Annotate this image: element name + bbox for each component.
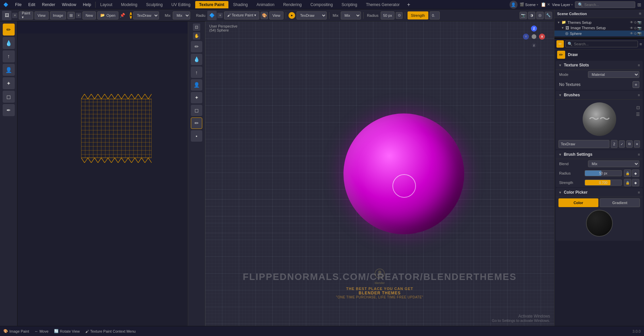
workspace-sculpting[interactable]: Sculpting	[142, 1, 167, 8]
new-btn[interactable]: New	[83, 11, 96, 19]
viewport-mode-icon[interactable]: 🎨	[261, 12, 268, 19]
workspace-texture-paint[interactable]: Texture Paint	[195, 1, 228, 8]
zoom-fit-btn[interactable]: ⊡	[193, 23, 200, 31]
brush-settings-options[interactable]: ≡	[638, 152, 640, 156]
global-search[interactable]: 🔍	[575, 1, 635, 8]
vp-soften-tool[interactable]: 💧	[191, 54, 202, 65]
texture-mode-select[interactable]: Material	[588, 71, 639, 78]
gizmo-x-axis[interactable]: X	[539, 34, 545, 40]
props-search-bar[interactable]: 🔍	[565, 41, 638, 47]
sc-themes-render-icon[interactable]: 📷	[637, 20, 641, 24]
brush-check-btn[interactable]: ✓	[619, 140, 625, 148]
open-btn[interactable]: 📂 Open	[97, 11, 118, 19]
view-layer-selector[interactable]: View Layer ▾	[552, 3, 573, 7]
radius-keyframe-icon[interactable]: ◆	[632, 170, 639, 177]
gizmo-center[interactable]	[532, 34, 536, 39]
vp-mask-tool[interactable]: ◻	[191, 105, 202, 116]
brushes-options[interactable]: ≡	[638, 93, 640, 97]
clone-tool-btn[interactable]: 👤	[3, 64, 15, 76]
view-mode-dropdown[interactable]: ▾	[76, 13, 81, 18]
window-menu[interactable]: Window	[58, 1, 79, 8]
color-swatch-preview[interactable]	[586, 210, 613, 237]
filter-icon[interactable]: ⊞	[637, 2, 641, 7]
workspace-scripting[interactable]: Scripting	[337, 1, 361, 8]
scene-selector[interactable]: 🎬 Scene ▾ 📋 ✕	[520, 2, 550, 7]
vp-radius-icon[interactable]: ⊙	[396, 12, 402, 19]
vp-strength-value[interactable]: 0.	[430, 11, 440, 19]
render-icon[interactable]: 📷	[520, 12, 527, 19]
brush-name-input[interactable]	[558, 140, 609, 148]
sc-image-themes[interactable]: ▼ 🖼 Image Themes Setup 👁 ⊙ 📷	[554, 25, 644, 31]
vp-fill-tool[interactable]: ✦	[191, 92, 202, 103]
vp-blend-select[interactable]: Mix	[341, 11, 361, 19]
sc-themes-sel-icon[interactable]: ⊙	[634, 20, 637, 24]
render-menu[interactable]: Render	[39, 1, 58, 8]
color-btn[interactable]: Color	[558, 198, 598, 207]
overlay-icon[interactable]: ◎	[536, 12, 544, 19]
vp-strength-btn[interactable]: Strength	[408, 11, 428, 19]
viewport-editor-type-btn[interactable]: 🔷	[207, 11, 217, 20]
radius-lock-icon[interactable]: 🔒	[624, 170, 631, 177]
props-options-btn[interactable]: ≡	[639, 42, 642, 47]
workspace-shading[interactable]: Shading	[229, 1, 252, 8]
workspace-layout[interactable]: Layout	[96, 1, 116, 8]
brush-copy-btn[interactable]: ⧉	[626, 140, 632, 148]
view-menu-btn[interactable]: View	[35, 11, 49, 19]
active-tool-icon[interactable]: ✏	[556, 40, 564, 48]
add-workspace-btn[interactable]: +	[405, 2, 413, 8]
vp-color-swatch[interactable]: ●	[288, 12, 295, 19]
draw-mode-icon[interactable]: ✏	[557, 51, 565, 59]
user-avatar[interactable]: 👤	[509, 1, 518, 9]
viewport-shading-icon[interactable]: ◑	[528, 12, 535, 19]
brush-preview-expand[interactable]: ⊡	[636, 105, 640, 110]
vp-erase-tool[interactable]: •	[191, 130, 202, 142]
sc-sphere-sel-icon[interactable]: ⊙	[634, 32, 637, 35]
blend-prop-select[interactable]: Mix Add Multiply	[588, 160, 639, 167]
texture-slots-options[interactable]: ≡	[638, 63, 640, 67]
pin-btn[interactable]: 📌	[120, 13, 125, 18]
scene-collection-options[interactable]: ≡	[639, 11, 641, 16]
brushes-header[interactable]: ▼ Brushes ≡	[556, 91, 643, 100]
color-picker-options[interactable]: ≡	[638, 190, 640, 194]
image-menu-btn[interactable]: Image	[50, 11, 66, 19]
gradient-btn[interactable]: Gradient	[600, 198, 640, 207]
vp-brush-select[interactable]: TexDraw	[297, 11, 327, 19]
vp-draw-tool[interactable]: ✏	[191, 41, 202, 52]
vp-clone-tool[interactable]: 👤	[191, 79, 202, 91]
expand-editor-btn[interactable]: ▾	[12, 13, 17, 18]
brush-name-select[interactable]: TexDraw	[133, 11, 159, 19]
brush-list-icon[interactable]: ☰	[636, 112, 640, 117]
brush-delete-btn[interactable]: ✕	[634, 140, 640, 148]
blender-logo-btn[interactable]: 🔷	[0, 1, 12, 8]
vp-radius-input[interactable]: 50 px	[381, 11, 394, 19]
gizmo-y-axis[interactable]: Y	[523, 34, 529, 40]
soften-tool-btn[interactable]: 💧	[3, 37, 15, 49]
file-menu[interactable]: File	[12, 1, 25, 8]
active-color-swatch[interactable]: ●	[130, 12, 132, 19]
gizmo-icon[interactable]: 🔧	[545, 12, 552, 19]
search-input[interactable]	[584, 3, 632, 7]
fill-tool-btn[interactable]: ✦	[3, 77, 15, 89]
add-texture-btn[interactable]: +	[633, 81, 639, 88]
smear-tool-btn[interactable]: ↑	[3, 50, 15, 62]
nav-gizmo[interactable]: Z X Y z	[522, 25, 549, 52]
sc-image-render-icon[interactable]: 📷	[637, 26, 641, 30]
mask-tool-btn[interactable]: ◻	[3, 91, 15, 103]
strength-slider[interactable]: 0.700	[585, 180, 622, 186]
vp-active-tool[interactable]: ✏	[191, 117, 202, 129]
sc-image-vis-icon[interactable]: 👁	[630, 26, 633, 30]
editor-type-btn[interactable]: 🖼	[2, 11, 11, 20]
workspace-uv-editing[interactable]: UV Editing	[167, 1, 195, 8]
help-menu[interactable]: Help	[79, 1, 95, 8]
sc-sphere[interactable]: ◎ Sphere 👁 ⊙ 📷	[554, 31, 644, 36]
workspace-rendering[interactable]: Rendering	[279, 1, 306, 8]
gizmo-neg-z-axis[interactable]: z	[532, 43, 536, 48]
sc-themes-vis-icon[interactable]: 👁	[630, 20, 633, 24]
texture-slots-header[interactable]: ▼ Texture Slots ≡	[556, 61, 643, 70]
vp-smear-tool[interactable]: ↑	[191, 66, 202, 78]
edit-menu[interactable]: Edit	[25, 1, 39, 8]
texture-paint-mode-btn[interactable]: 🖌 Texture Paint ▾	[224, 11, 259, 19]
blend-select-left[interactable]: Mix	[173, 11, 190, 19]
sc-sphere-render-icon[interactable]: 📷	[637, 32, 641, 35]
workspace-compositing[interactable]: Compositing	[307, 1, 337, 8]
